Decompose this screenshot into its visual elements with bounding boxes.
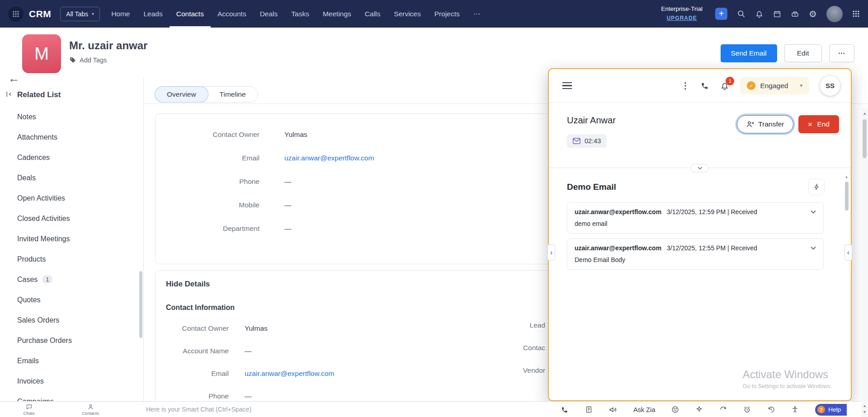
agent-avatar[interactable]: SS [820,76,840,96]
notifications-bell-icon[interactable]: 1 [720,81,729,90]
redo-icon[interactable] [719,406,727,413]
sidebar-item[interactable]: Invited Meetings [17,229,143,249]
sidebar-item[interactable]: Campaigns [17,391,143,401]
field-label: Department [156,225,259,233]
menu-icon[interactable] [562,82,572,89]
trial-info: Enterprise-Trial UPGRADE [661,5,703,22]
chevron-down-icon[interactable] [811,246,816,250]
calendar-icon[interactable] [773,10,781,18]
add-tags-button[interactable]: Add Tags [69,56,147,64]
sidebar-item-label: Attachments [17,133,57,141]
upgrade-link[interactable]: UPGRADE [667,15,697,22]
caller-block: Uzair Anwar 02:43 [567,115,616,148]
alarm-icon[interactable] [743,406,751,413]
marketplace-icon[interactable] [791,9,799,18]
scroll-up-icon[interactable]: ▲ [863,403,867,409]
ask-zia-button[interactable]: Ask Zia [633,406,655,413]
agent-status-dropdown[interactable]: ✓ Engaged ▾ [740,77,809,94]
tab[interactable]: Timeline [208,87,258,102]
sidebar-item[interactable]: Products [17,249,143,269]
field-value: — [245,392,252,400]
edit-button[interactable]: Edit [784,44,822,62]
field-value: Yulmas [245,324,268,333]
nav-item[interactable]: Tasks [284,0,316,28]
transfer-button[interactable]: Transfer [737,115,793,133]
more-actions-button[interactable]: ⋯ [829,44,855,62]
nav-item-label: Leads [144,10,163,18]
nav-item[interactable]: Home [104,0,137,28]
top-navigation: CRM All Tabs ▾ HomeLeadsContactsAccounts… [0,0,868,28]
panel-scrollbar[interactable]: ▲ [844,175,849,394]
accessibility-icon[interactable] [791,406,799,413]
nav-item[interactable]: Contacts [170,0,211,28]
email-card[interactable]: uzair.anwar@expertflow.com 3/12/2025, 12… [567,202,824,234]
send-email-button[interactable]: Send Email [721,44,777,62]
scroll-down-icon[interactable]: ▼ [863,409,867,415]
nav-item[interactable]: Accounts [211,0,253,28]
timer-value: 02:43 [585,137,601,145]
quick-create-button[interactable]: + [715,8,727,20]
zia-sparkle-icon[interactable] [695,406,703,413]
user-avatar[interactable] [826,6,843,22]
page-scrollbar[interactable]: ▲ ▲ ▼ [861,108,868,417]
history-icon[interactable] [767,406,775,413]
phone-icon[interactable] [561,406,569,414]
nav-item-label: Contacts [176,10,204,18]
zoho-logo-icon[interactable] [8,6,24,22]
sidebar-item[interactable]: Notes [17,107,143,127]
panel-scrollbar-thumb[interactable] [845,182,849,211]
sidebar-item[interactable]: Cadences [17,147,143,168]
sidebar-item[interactable]: Closed Activities [17,208,143,229]
page-scrollbar-thumb[interactable] [863,119,867,158]
panel-collapse-handle-left[interactable]: › [547,244,555,261]
sidebar-item[interactable]: Attachments [17,127,143,147]
contact-avatar[interactable]: M [22,34,61,73]
emoji-icon[interactable] [671,406,679,413]
help-button[interactable]: ? Help [815,404,847,416]
chevron-down-icon[interactable] [811,210,816,214]
nav-item[interactable]: Projects [428,0,467,28]
field-value[interactable]: uzair.anwar@expertflow.com [245,370,334,378]
sidebar-scrollbar-thumb[interactable] [139,271,142,338]
sidebar-item-label: Cases [17,276,38,284]
chats-channel-button[interactable]: Chats [15,402,42,417]
collapse-sidebar-icon[interactable] [5,91,12,99]
field-value: — [245,347,252,355]
settings-gear-icon[interactable]: ⚙ [809,9,817,19]
nav-item[interactable]: ⋯ [467,0,487,28]
announcement-icon[interactable] [609,406,617,414]
sidebar-item[interactable]: Open Activities [17,188,143,208]
tab[interactable]: Overview [155,87,208,102]
sidebar-item[interactable]: Quotes [17,290,143,310]
sidebar-item[interactable]: Sales Orders [17,310,143,330]
end-call-button[interactable]: ✕ End [798,115,840,133]
email-card[interactable]: uzair.anwar@expertflow.com 3/12/2025, 12… [567,239,824,270]
sidebar-item[interactable]: Invoices [17,371,143,391]
sidebar-item[interactable]: Cases 1 [17,269,143,290]
call-log-icon[interactable] [585,406,593,413]
nav-item[interactable]: Services [387,0,427,28]
search-icon[interactable] [737,9,745,18]
back-button[interactable]: ← [8,72,20,84]
contacts-channel-button[interactable]: Contacts [77,402,104,417]
field-value[interactable]: uzair.anwar@expertflow.com [284,154,374,162]
nav-item[interactable]: Leads [137,0,170,28]
nav-item[interactable]: Deals [253,0,285,28]
nav-item[interactable]: Meetings [316,0,358,28]
panel-collapse-handle-right[interactable]: ‹ [844,244,852,261]
sidebar-item[interactable]: Purchase Orders [17,330,143,351]
collapse-call-section-button[interactable] [691,164,709,173]
all-tabs-dropdown[interactable]: All Tabs ▾ [60,7,100,21]
nav-item[interactable]: Calls [358,0,387,28]
notifications-bell-icon[interactable] [755,9,764,18]
smart-chat-input[interactable] [146,402,540,417]
quick-actions-bolt-button[interactable] [808,179,825,195]
scroll-up-icon[interactable]: ▲ [845,175,849,179]
phone-icon[interactable] [700,81,709,90]
sidebar-item[interactable]: Deals [17,168,143,188]
right-column-field-labels: LeadContacVendor [523,314,545,382]
sidebar-item[interactable]: Emails [17,351,143,371]
apps-grid-icon[interactable] [852,10,860,18]
scroll-up-icon[interactable]: ▲ [863,111,867,117]
more-vertical-icon[interactable]: ⋮ [681,81,689,90]
